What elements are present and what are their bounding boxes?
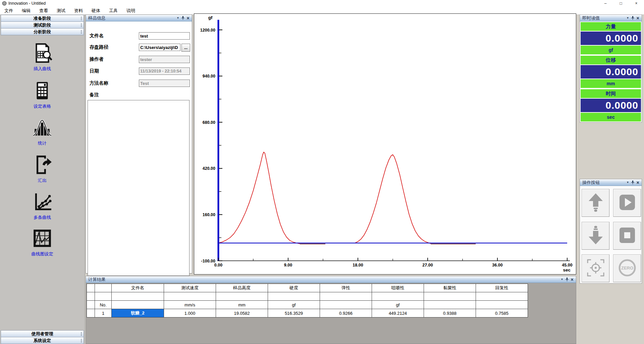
- tool-statistics[interactable]: 统计: [0, 117, 85, 146]
- filename-input[interactable]: [139, 32, 190, 40]
- panel-title: 操作按钮: [582, 180, 600, 186]
- col-header: [95, 284, 112, 292]
- pin-icon[interactable]: [180, 15, 185, 21]
- tool-label: 插入曲线: [34, 66, 51, 72]
- title-bar: Innovation - Untitled – □ ×: [0, 0, 644, 7]
- svg-text:-100.00: -100.00: [201, 259, 215, 263]
- collapse-icon[interactable]: ▼: [625, 179, 630, 186]
- sample-height-cell[interactable]: 19.0582: [216, 309, 268, 317]
- test-speed-cell[interactable]: 1.000: [164, 309, 216, 317]
- col-header-cohesiveness: 黏聚性: [424, 284, 476, 292]
- method-input[interactable]: [139, 80, 190, 87]
- sample-info-header: 样品信息 ▼ ×: [86, 15, 192, 21]
- collapse-icon[interactable]: ▼: [559, 276, 565, 283]
- pin-icon[interactable]: [630, 15, 635, 21]
- pin-icon[interactable]: [565, 276, 570, 283]
- tool-export[interactable]: 汇出: [0, 154, 85, 184]
- path-label: 存盘路径: [90, 44, 108, 50]
- svg-text:sec: sec: [563, 267, 571, 273]
- menu-view[interactable]: 查看: [35, 7, 52, 14]
- close-icon[interactable]: ×: [635, 15, 640, 21]
- statistics-icon: [32, 117, 53, 139]
- tool-multi-curve[interactable]: 多条曲线: [0, 191, 85, 220]
- browse-button[interactable]: ...: [181, 44, 190, 52]
- menu-help[interactable]: 说明: [122, 7, 140, 14]
- svg-text:gf: gf: [208, 15, 213, 20]
- displacement-unit: mm: [581, 79, 641, 88]
- units-row: No. mm/s mm gf gf: [87, 301, 528, 309]
- maximize-button[interactable]: □: [613, 0, 629, 7]
- pin-icon[interactable]: [630, 179, 635, 186]
- sample-info-panel: 样品信息 ▼ × 文件名 存盘路径 ... 操作者 日期 方法名称 备注: [86, 14, 192, 274]
- stop-button[interactable]: [613, 222, 641, 250]
- menu-edit[interactable]: 编辑: [17, 7, 35, 14]
- menu-hardware[interactable]: 硬体: [87, 7, 105, 14]
- svg-text:680.00: 680.00: [203, 120, 215, 125]
- grip-icon: [81, 339, 82, 342]
- svg-text:0.00: 0.00: [214, 263, 222, 267]
- time-value: 0.0000: [581, 99, 641, 112]
- tool-label: 多条曲线: [34, 214, 51, 220]
- svg-text:160.00: 160.00: [203, 212, 215, 217]
- operator-input[interactable]: [139, 56, 190, 63]
- control-buttons-panel: 操作按钮 ▼ × ZERO: [580, 179, 642, 284]
- minimize-button[interactable]: –: [598, 0, 613, 7]
- sidebar-tab-user-management[interactable]: 使用者管理: [1, 330, 84, 337]
- resilience-cell[interactable]: 0.7585: [476, 309, 528, 317]
- note-label: 备注: [90, 92, 99, 98]
- tool-table-setup[interactable]: 设定表格: [0, 80, 85, 109]
- target-button[interactable]: [582, 254, 609, 282]
- collapse-icon[interactable]: ▼: [175, 15, 180, 21]
- close-icon[interactable]: ×: [185, 15, 191, 21]
- sidebar-tab-prepare[interactable]: 准备阶段: [1, 15, 84, 22]
- filename-cell-selected[interactable]: 软糖_2: [112, 309, 164, 317]
- play-icon: [616, 192, 638, 214]
- sidebar-tab-system-settings[interactable]: 系统设定: [1, 337, 84, 344]
- menu-tools[interactable]: 工具: [105, 7, 122, 14]
- collapse-icon[interactable]: ▼: [625, 15, 630, 21]
- table-row: 1 软糖_2 1.000 19.0582 516.3529 0.9266 449…: [87, 309, 528, 317]
- close-icon[interactable]: ×: [635, 179, 640, 186]
- note-textarea[interactable]: [88, 100, 190, 276]
- chewiness-cell[interactable]: 449.2124: [372, 309, 424, 317]
- operator-label: 操作者: [90, 56, 104, 62]
- time-unit: sec: [581, 113, 641, 121]
- col-header-sample-height: 样品高度: [216, 284, 268, 292]
- tool-insert-curve[interactable]: 插入曲线: [0, 43, 85, 72]
- row-stub[interactable]: [87, 309, 95, 317]
- menu-data[interactable]: 资料: [70, 7, 87, 14]
- export-icon: [32, 154, 53, 177]
- run-button[interactable]: [613, 189, 641, 217]
- stop-icon: [616, 225, 638, 247]
- chart-settings-icon: [32, 228, 53, 250]
- tool-chart-settings[interactable]: 曲线图设定: [0, 228, 85, 257]
- app-icon: [2, 1, 7, 6]
- row-stub: [87, 301, 95, 309]
- path-input[interactable]: [139, 44, 180, 51]
- live-readout-header: 即时读值 ▼ ×: [580, 15, 642, 21]
- results-table: 文件名 测试速度 样品高度 硬度 弹性 咀嚼性 黏聚性 回复性 No. mm/s…: [87, 284, 528, 317]
- menu-test[interactable]: 测试: [52, 7, 70, 14]
- sidebar: 准备阶段 测试阶段 分析阶段 插入曲线 设定表格 统计 汇出 多条曲线: [0, 14, 85, 344]
- sidebar-tab-test[interactable]: 测试阶段: [1, 21, 84, 29]
- zero-button[interactable]: ZERO: [613, 254, 641, 282]
- jog-up-button[interactable]: [582, 189, 609, 217]
- tool-label: 曲线图设定: [32, 251, 53, 257]
- close-icon[interactable]: ×: [570, 276, 575, 283]
- sidebar-tab-analyze[interactable]: 分析阶段: [1, 28, 84, 35]
- displacement-value: 0.0000: [581, 65, 641, 79]
- chart-canvas: 1200.00940.00680.00420.00160.00-100.000.…: [194, 14, 576, 274]
- force-label: 力量: [581, 22, 641, 31]
- close-button[interactable]: ×: [629, 0, 644, 7]
- cohesiveness-cell[interactable]: 0.9388: [424, 309, 476, 317]
- date-input[interactable]: [139, 67, 190, 75]
- col-header-resilience: 回复性: [476, 284, 528, 292]
- menu-file[interactable]: 文件: [0, 7, 17, 14]
- jog-down-button[interactable]: [582, 222, 609, 250]
- grip-icon: [81, 23, 82, 27]
- results-panel: 计算结果 ▼ × 文件名 测试速度 样品高度 硬度 弹性 咀嚼性 黏聚性 回复性: [86, 276, 576, 344]
- hardness-cell[interactable]: 516.3529: [268, 309, 320, 317]
- springiness-cell[interactable]: 0.9266: [320, 309, 372, 317]
- row-number-cell[interactable]: 1: [95, 309, 112, 317]
- multi-curve-icon: [32, 191, 53, 213]
